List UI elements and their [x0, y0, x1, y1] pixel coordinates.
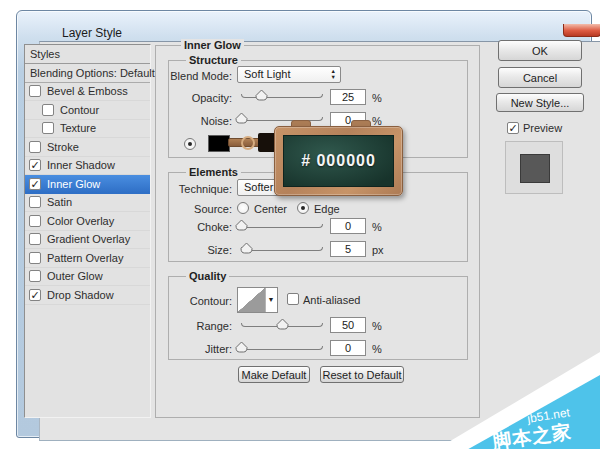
blend-mode-select[interactable]: Soft Light ▲▼ [237, 66, 341, 83]
range-value-input[interactable]: 50 [330, 317, 366, 333]
noise-label: Noise: [140, 115, 232, 127]
checkbox[interactable]: ✓ [29, 178, 41, 190]
checkbox[interactable] [29, 196, 41, 208]
chevron-down-icon: ▼ [266, 296, 276, 303]
antialiased-label: Anti-aliased [303, 294, 360, 306]
contour-picker[interactable]: ▼ [237, 287, 278, 313]
sidebar-item-texture[interactable]: Texture [25, 120, 150, 139]
size-value-input[interactable]: 5 [330, 241, 366, 257]
sidebar-item-drop-shadow[interactable]: ✓ Drop Shadow [25, 286, 150, 305]
tooltip-connector-ring [241, 136, 255, 150]
sidebar-item-color-overlay[interactable]: Color Overlay [25, 212, 150, 231]
jitter-unit: % [372, 343, 382, 355]
range-slider-thumb[interactable] [276, 318, 289, 330]
checkbox[interactable] [29, 233, 41, 245]
checkbox[interactable] [29, 215, 41, 227]
updown-arrows-icon: ▲▼ [331, 69, 336, 80]
choke-unit: % [372, 221, 382, 233]
preview-thumbnail [505, 141, 563, 194]
ok-button[interactable]: OK [498, 40, 582, 61]
opacity-slider-track[interactable] [241, 94, 323, 98]
source-center-label: Center [254, 203, 287, 215]
sidebar-item-bevel-emboss[interactable]: Bevel & Emboss [25, 83, 150, 102]
technique-label: Technique: [130, 183, 232, 195]
range-unit: % [372, 320, 382, 332]
elements-legend: Elements [186, 166, 241, 178]
opacity-label: Opacity: [140, 92, 232, 104]
panel-title: Inner Glow [181, 39, 244, 51]
checkbox[interactable] [29, 252, 41, 264]
preview-label: Preview [523, 122, 562, 134]
sidebar-item-contour[interactable]: Contour [25, 101, 150, 120]
size-unit: px [372, 244, 384, 256]
antialiased-checkbox[interactable] [287, 293, 299, 305]
checkbox[interactable] [29, 270, 41, 282]
new-style-button[interactable]: New Style... [496, 93, 584, 112]
jitter-label: Jitter: [140, 343, 232, 355]
source-label: Source: [160, 203, 232, 215]
checkbox[interactable] [29, 141, 41, 153]
choke-value-input[interactable]: 0 [330, 218, 366, 234]
jitter-slider-thumb[interactable] [235, 341, 248, 353]
noise-slider-track[interactable] [241, 117, 323, 121]
hex-color-value: # 000000 [301, 152, 376, 170]
quality-legend: Quality [186, 270, 229, 282]
sidebar-item-outer-glow[interactable]: Outer Glow [25, 268, 150, 287]
glow-color-swatch[interactable] [208, 135, 230, 152]
jitter-value-input[interactable]: 0 [330, 340, 366, 356]
checkbox[interactable] [29, 85, 41, 97]
noise-slider-thumb[interactable] [235, 112, 248, 124]
checkbox[interactable] [42, 104, 54, 116]
jitter-slider-track[interactable] [241, 346, 323, 350]
checkbox[interactable] [42, 122, 54, 134]
source-edge-radio[interactable] [297, 202, 309, 214]
styles-list-empty-space [25, 305, 150, 418]
make-default-button[interactable]: Make Default [238, 366, 310, 383]
preview-layer-square [520, 154, 550, 183]
size-slider-track[interactable] [241, 247, 323, 251]
sidebar-item-gradient-overlay[interactable]: Gradient Overlay [25, 231, 150, 250]
styles-list-header: Styles [25, 45, 150, 64]
sidebar-item-blending-options[interactable]: Blending Options: Default [25, 64, 150, 83]
glow-color-radio[interactable] [184, 138, 196, 150]
range-label: Range: [140, 320, 232, 332]
chalkboard-surface: # 000000 [283, 135, 394, 187]
screenshot-root: Layer Style Styles Blending Options: Def… [0, 0, 600, 449]
sidebar-item-satin[interactable]: Satin [25, 194, 150, 213]
sidebar-item-inner-shadow[interactable]: ✓ Inner Shadow [25, 157, 150, 176]
size-slider-thumb[interactable] [240, 242, 253, 254]
checkbox[interactable]: ✓ [29, 159, 41, 171]
contour-thumbnail [238, 288, 266, 312]
close-icon[interactable] [563, 24, 600, 37]
blend-mode-label: Blend Mode: [140, 70, 232, 82]
sidebar-item-pattern-overlay[interactable]: Pattern Overlay [25, 249, 150, 268]
contour-label: Contour: [140, 295, 232, 307]
opacity-slider-thumb[interactable] [255, 89, 268, 101]
source-edge-label: Edge [314, 203, 340, 215]
opacity-unit: % [372, 92, 382, 104]
choke-slider-thumb[interactable] [235, 219, 248, 231]
styles-list: Styles Blending Options: Default Bevel &… [24, 44, 151, 418]
color-hex-tooltip: # 000000 [274, 126, 403, 196]
structure-legend: Structure [186, 54, 241, 66]
dialog-title: Layer Style [62, 26, 122, 40]
sidebar-item-stroke[interactable]: Stroke [25, 138, 150, 157]
size-label: Size: [140, 244, 232, 256]
choke-label: Choke: [140, 221, 232, 233]
preview-checkbox[interactable]: ✓ [507, 122, 519, 134]
checkbox[interactable]: ✓ [29, 289, 41, 301]
choke-slider-track[interactable] [241, 224, 323, 228]
cancel-button[interactable]: Cancel [498, 67, 582, 88]
source-center-radio[interactable] [237, 202, 249, 214]
reset-to-default-button[interactable]: Reset to Default [320, 366, 404, 383]
opacity-value-input[interactable]: 25 [330, 89, 366, 105]
